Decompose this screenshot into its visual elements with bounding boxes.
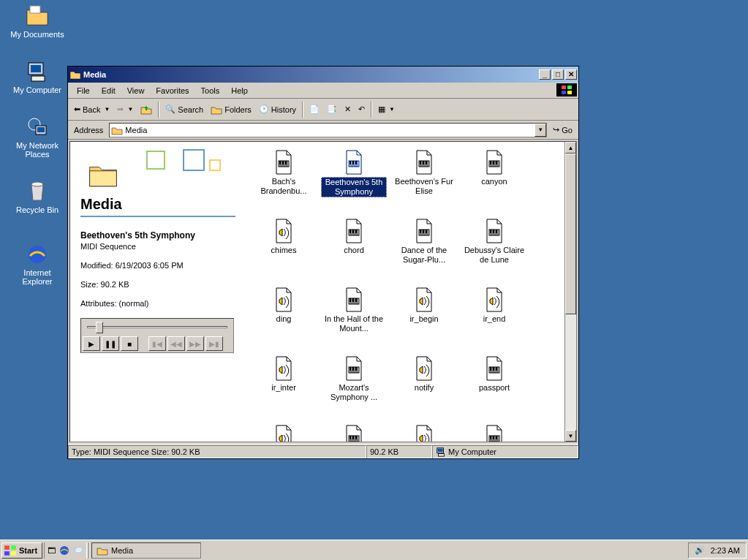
svg-rect-134 — [438, 448, 443, 451]
file-item[interactable]: ir_end — [459, 285, 529, 351]
prev-track-button[interactable]: ▮◀ — [148, 336, 166, 351]
svg-rect-138 — [4, 551, 10, 556]
file-grid[interactable]: Bach's Brandenbu...Beethoven's 5th Symph… — [246, 142, 564, 442]
menu-help[interactable]: Help — [225, 84, 254, 97]
file-item[interactable]: Beethoven's Fur Elise — [389, 148, 459, 213]
volume-icon[interactable]: 🔊 — [695, 545, 705, 555]
next-track-button[interactable]: ▶▮ — [205, 336, 223, 351]
svg-rect-102 — [355, 367, 357, 371]
address-dropdown-button[interactable]: ▼ — [534, 124, 546, 137]
forward-button[interactable]: ➡ ▼ — [114, 103, 136, 116]
outlook-icon[interactable]: 📨 — [73, 545, 83, 555]
folders-button[interactable]: Folders — [208, 102, 254, 117]
start-label: Start — [19, 546, 37, 555]
file-item[interactable]: ir_begin — [389, 285, 459, 351]
start-button[interactable]: Start — [1, 542, 42, 559]
ie-icon — [26, 243, 49, 266]
svg-rect-80 — [490, 230, 491, 233]
file-item[interactable]: chord — [319, 216, 389, 282]
file-item[interactable]: Beethoven's 5th Symphony — [319, 148, 389, 213]
address-input[interactable]: Media ▼ — [109, 123, 547, 137]
play-button[interactable]: ▶ — [83, 336, 100, 351]
clock[interactable]: 2:23 AM — [711, 546, 740, 555]
svg-rect-20 — [279, 161, 281, 164]
my-computer-icon — [436, 447, 446, 457]
sound-file-icon — [272, 218, 295, 244]
minimize-button[interactable]: _ — [539, 69, 551, 80]
desktop-icon-internet-explorer[interactable]: Internet Explorer — [10, 243, 64, 286]
file-item[interactable] — [459, 423, 529, 442]
file-item[interactable]: ding — [249, 285, 319, 351]
file-item[interactable]: Dance of the Sugar-Plu... — [389, 216, 459, 282]
file-item[interactable]: ir_inter — [249, 354, 319, 420]
midi-file-icon — [272, 149, 295, 175]
svg-rect-131 — [493, 436, 494, 439]
taskbar-item-media[interactable]: Media — [91, 542, 201, 559]
undo-button[interactable]: ↶ — [355, 103, 368, 116]
sound-file-icon — [272, 287, 295, 313]
file-item[interactable]: canyon — [459, 148, 529, 213]
svg-rect-32 — [355, 161, 357, 164]
desktop-icon-label: My Network Places — [10, 141, 64, 159]
back-button[interactable]: ⬅ Back ▼ — [71, 103, 113, 116]
svg-rect-112 — [496, 367, 497, 371]
file-item[interactable]: Bach's Brandenbu... — [249, 148, 319, 213]
midi-file-icon — [342, 287, 366, 313]
svg-rect-82 — [496, 230, 497, 233]
seek-slider[interactable] — [83, 320, 232, 335]
scroll-thumb[interactable] — [565, 154, 576, 314]
go-button[interactable]: ↪ Go — [550, 124, 575, 136]
ie-icon[interactable] — [58, 545, 70, 556]
selected-file-name: Beethoven's 5th Symphony — [80, 230, 235, 241]
seek-thumb[interactable] — [96, 322, 103, 333]
folders-icon — [211, 104, 222, 116]
midi-file-icon — [342, 355, 366, 382]
desktop-icon-my-documents[interactable]: My Documents — [10, 4, 64, 39]
menu-view[interactable]: View — [121, 84, 151, 97]
file-item[interactable]: passport — [459, 354, 529, 420]
delete-button[interactable]: ✕ — [341, 103, 354, 116]
svg-rect-135 — [439, 453, 445, 456]
file-item[interactable] — [389, 423, 459, 442]
file-item[interactable]: chimes — [249, 216, 319, 282]
svg-rect-132 — [496, 436, 497, 439]
menu-favorites[interactable]: Favorites — [150, 84, 194, 97]
maximize-button[interactable]: □ — [552, 69, 564, 80]
svg-rect-70 — [420, 230, 421, 233]
titlebar[interactable]: Media _ □ ✕ — [68, 67, 578, 83]
file-item[interactable] — [249, 423, 319, 442]
menu-tools[interactable]: Tools — [195, 84, 226, 97]
search-button[interactable]: 🔍 Search — [162, 103, 206, 116]
pause-button[interactable]: ❚❚ — [102, 336, 119, 351]
file-item[interactable]: notify — [389, 354, 459, 420]
show-desktop-icon[interactable]: 🗔 — [48, 546, 56, 555]
copyto-button[interactable]: 📑 — [324, 103, 340, 116]
chevron-down-icon: ▼ — [127, 106, 133, 113]
svg-rect-137 — [11, 545, 16, 550]
fastfwd-button[interactable]: ▶▶ — [186, 336, 204, 351]
folder-icon — [69, 69, 81, 80]
rewind-button[interactable]: ◀◀ — [167, 336, 185, 351]
scroll-down-button[interactable]: ▼ — [565, 430, 576, 442]
file-item[interactable]: Mozart's Symphony ... — [319, 354, 389, 420]
desktop-icon-my-computer[interactable]: My Computer — [10, 60, 64, 94]
views-button[interactable]: ▦ ▼ — [375, 103, 398, 116]
sound-file-icon — [412, 355, 436, 382]
up-button[interactable] — [137, 102, 155, 117]
menu-file[interactable]: File — [71, 84, 96, 97]
file-item[interactable] — [319, 423, 389, 442]
history-button[interactable]: 🕑 History — [256, 103, 299, 116]
close-button[interactable]: ✕ — [565, 69, 577, 80]
file-icon — [342, 424, 366, 442]
desktop-icon-my-network-places[interactable]: My Network Places — [10, 116, 64, 159]
stop-button[interactable]: ■ — [121, 336, 138, 351]
vertical-scrollbar[interactable]: ▲ ▼ — [564, 142, 576, 442]
menu-edit[interactable]: Edit — [96, 84, 121, 97]
file-item[interactable]: In the Hall of the Mount... — [319, 285, 389, 351]
file-label: chimes — [271, 246, 297, 255]
file-item[interactable]: Debussy's Claire de Lune — [459, 216, 529, 282]
moveto-button[interactable]: 📄 — [306, 103, 322, 116]
scroll-up-button[interactable]: ▲ — [565, 142, 576, 154]
scroll-track[interactable] — [565, 154, 576, 430]
desktop-icon-recycle-bin[interactable]: Recycle Bin — [10, 180, 64, 214]
